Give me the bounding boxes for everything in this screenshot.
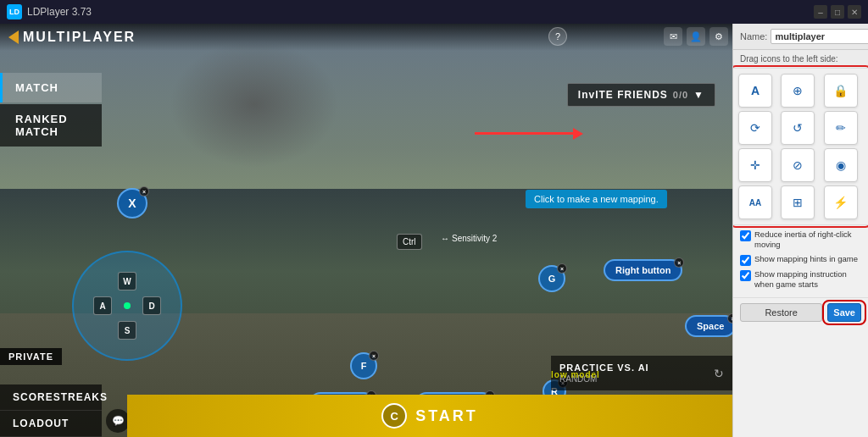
- icon-screen[interactable]: ⊞: [781, 185, 815, 219]
- bottom-menu: SCORESTREAKS LOADOUT 💬 🎙 🔊: [0, 384, 102, 437]
- right-panel: Name: ▼ Drag icons to the left side: A ⊕…: [732, 24, 868, 437]
- invite-friends-button[interactable]: InvITE FRIENDS 0/0 ▼: [567, 83, 715, 107]
- main-area: MULTIPLAYER ? ✉ 👤 ⚙ MATCH RANKED MATCH: [0, 24, 868, 437]
- show-instruction-label: Show mapping instruction when game start…: [754, 269, 861, 290]
- icon-plus-cross[interactable]: ✛: [738, 148, 772, 182]
- a-key[interactable]: A: [93, 296, 112, 315]
- title-bar-controls: – □ ✕: [814, 5, 861, 19]
- checkbox-row-1: Reduce inertia of right-click moving: [740, 230, 861, 251]
- buttons-row: Restore Save: [733, 297, 868, 327]
- reduce-inertia-checkbox[interactable]: [740, 230, 751, 241]
- save-button[interactable]: Save: [827, 303, 861, 322]
- reduce-inertia-label: Reduce inertia of right-click moving: [754, 230, 861, 251]
- private-label: PRIVATE: [0, 348, 62, 365]
- app-logo: LD: [7, 4, 22, 19]
- minimize-button[interactable]: –: [814, 5, 827, 19]
- multiplayer-title: MULTIPLAYER: [23, 30, 136, 45]
- g-key-close[interactable]: ×: [557, 263, 567, 274]
- space-key-close[interactable]: ×: [727, 313, 732, 324]
- icon-aa[interactable]: AA: [738, 185, 772, 219]
- icon-eye[interactable]: ◉: [824, 148, 858, 182]
- icon-scroll[interactable]: ⟳: [738, 111, 772, 145]
- chat-icon[interactable]: 💬: [106, 409, 130, 433]
- back-button[interactable]: MULTIPLAYER: [8, 30, 136, 45]
- title-bar: LD LDPlayer 3.73 – □ ✕: [0, 0, 868, 24]
- show-hints-label: Show mapping hints in game: [754, 254, 858, 264]
- question-button[interactable]: ?: [548, 27, 567, 46]
- restore-button[interactable]: Restore: [740, 303, 822, 322]
- icon-slash[interactable]: ⊘: [781, 148, 815, 182]
- f-key-close[interactable]: ×: [369, 351, 379, 361]
- right-button-close[interactable]: ×: [674, 257, 684, 268]
- save-highlight: Save: [827, 303, 861, 322]
- close-button[interactable]: ✕: [848, 5, 861, 19]
- g-key-label: G: [548, 274, 556, 284]
- maximize-button[interactable]: □: [831, 5, 844, 19]
- x-key-close[interactable]: ×: [139, 186, 149, 196]
- lod-model-text: low model: [551, 370, 600, 379]
- invite-friends-text: InvITE FRIENDS: [578, 89, 668, 101]
- w-key[interactable]: W: [118, 272, 136, 290]
- start-text: START: [415, 407, 478, 425]
- wasd-center-dot: [124, 302, 131, 309]
- friends-icon[interactable]: 👤: [687, 27, 705, 46]
- s-key[interactable]: S: [118, 321, 136, 340]
- f-key-label: F: [361, 361, 367, 371]
- app-title: LDPlayer 3.73: [27, 6, 92, 18]
- menu-scorestreaks[interactable]: SCORESTREAKS: [0, 384, 102, 411]
- icon-swipe[interactable]: ↺: [781, 111, 815, 145]
- icon-crosshair[interactable]: ⊕: [781, 74, 815, 108]
- name-label: Name:: [740, 31, 767, 41]
- menu-loadout[interactable]: LOADOUT: [0, 411, 102, 437]
- space-key-bubble[interactable]: Space ×: [685, 315, 732, 337]
- left-sidebar: MATCH RANKED MATCH: [0, 47, 102, 437]
- space-key-label: Space: [697, 321, 724, 331]
- refresh-icon[interactable]: ↻: [714, 367, 724, 380]
- back-arrow-icon: [8, 30, 19, 44]
- icons-grid: A ⊕ 🔒 ⟳ ↺ ✏ ✛ ⊘ ◉ AA ⊞ ⚡: [733, 69, 868, 224]
- right-button-label: Right button: [615, 265, 670, 275]
- x-key-bubble[interactable]: X ×: [117, 188, 147, 218]
- checkbox-row-3: Show mapping instruction when game start…: [740, 269, 861, 290]
- name-row: Name: ▼: [733, 24, 868, 50]
- checkboxes-section: Reduce inertia of right-click moving Sho…: [733, 224, 868, 297]
- drag-hint: Drag icons to the left side:: [733, 50, 868, 69]
- sensitivity-label: ↔ Sensitivity 2: [441, 234, 497, 243]
- name-input[interactable]: [771, 29, 868, 44]
- sensitivity-text: Sensitivity 2: [452, 234, 497, 243]
- show-instruction-checkbox[interactable]: [740, 270, 751, 281]
- start-c-key: C: [381, 403, 407, 429]
- mail-icon[interactable]: ✉: [664, 27, 682, 46]
- d-key[interactable]: D: [142, 296, 161, 315]
- x-key-label: X: [128, 196, 136, 210]
- icon-a[interactable]: A: [738, 74, 772, 108]
- right-button-bubble[interactable]: Right button ×: [604, 259, 682, 281]
- show-hints-checkbox[interactable]: [740, 255, 751, 266]
- wasd-control[interactable]: W A S D: [72, 251, 182, 361]
- sens-arrow-left: ↔: [441, 234, 449, 243]
- game-top-bar: MULTIPLAYER ? ✉ 👤 ⚙: [0, 24, 732, 51]
- ctrl-key-label: Ctrl: [403, 237, 416, 246]
- click-to-map-tooltip: Click to make a new mapping.: [526, 190, 667, 208]
- invite-count: 0/0: [673, 90, 688, 100]
- start-button[interactable]: C START: [127, 395, 732, 437]
- invite-dropdown-icon: ▼: [693, 89, 704, 101]
- icon-zap[interactable]: ⚡: [824, 185, 858, 219]
- game-top-icons: ✉ 👤 ⚙: [664, 27, 728, 46]
- icon-pencil[interactable]: ✏: [824, 111, 858, 145]
- f-key-bubble[interactable]: F ×: [350, 352, 377, 379]
- g-key-bubble[interactable]: G ×: [538, 265, 565, 292]
- menu-ranked[interactable]: RANKED MATCH: [0, 104, 102, 147]
- menu-match[interactable]: MATCH: [0, 73, 102, 102]
- smoke-effect: [170, 41, 339, 168]
- wasd-inner: W A S D: [93, 272, 161, 340]
- start-key-label: C: [390, 410, 398, 423]
- invite-friends-bar: InvITE FRIENDS 0/0 ▼: [567, 83, 715, 107]
- settings-icon[interactable]: ⚙: [709, 27, 728, 46]
- title-bar-left: LD LDPlayer 3.73: [7, 4, 92, 19]
- game-viewport: MULTIPLAYER ? ✉ 👤 ⚙ MATCH RANKED MATCH: [0, 24, 732, 437]
- ctrl-key[interactable]: Ctrl: [397, 234, 422, 250]
- icon-lock[interactable]: 🔒: [824, 74, 858, 108]
- red-arrow: [475, 132, 576, 135]
- checkbox-row-2: Show mapping hints in game: [740, 254, 861, 266]
